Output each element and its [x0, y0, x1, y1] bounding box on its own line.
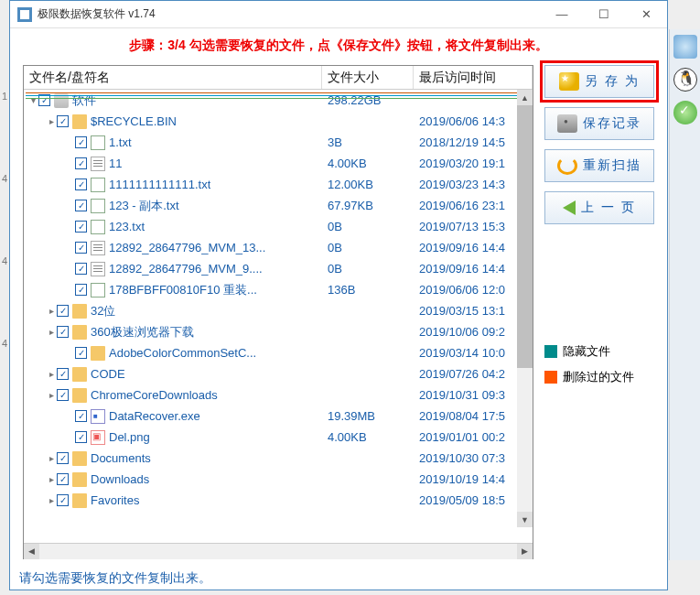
scroll-track[interactable]	[517, 368, 533, 512]
expand-arrow[interactable]: ▸	[46, 453, 57, 463]
sidebar-qq-icon[interactable]	[673, 68, 697, 92]
file-row[interactable]: 178BFBFF00810F10 重装...136B2019/06/06 12:…	[24, 279, 533, 300]
expand-arrow[interactable]: ▸	[46, 327, 57, 337]
maximize-button[interactable]: ☐	[583, 1, 625, 28]
txt-icon	[91, 262, 105, 276]
file-row[interactable]: 114.00KB2019/03/20 19:1	[24, 153, 533, 174]
txt-icon	[91, 157, 105, 171]
vertical-scrollbar[interactable]: ▲ ▼	[517, 90, 533, 527]
file-time: 2019/07/26 04:2	[414, 367, 533, 381]
scroll-up-button[interactable]: ▲	[517, 90, 533, 105]
minimize-button[interactable]: —	[541, 1, 583, 28]
row-checkbox[interactable]	[75, 178, 87, 190]
row-checkbox[interactable]	[75, 347, 87, 359]
sidebar-check-icon[interactable]	[673, 101, 697, 124]
row-checkbox[interactable]	[57, 494, 69, 506]
file-row[interactable]: ▸ChromeCoreDownloads2019/10/31 09:3	[24, 384, 533, 406]
row-checkbox[interactable]	[75, 200, 87, 211]
scroll-thumb[interactable]	[517, 105, 533, 368]
file-time: 2019/06/06 12:0	[414, 283, 533, 297]
scroll-left-button[interactable]: ◀	[24, 544, 39, 559]
file-row[interactable]: ▸$RECYCLE.BIN2019/06/06 14:3	[24, 111, 533, 132]
row-checkbox[interactable]	[75, 284, 87, 296]
file-row[interactable]: ▸360极速浏览器下载2019/10/06 09:2	[24, 321, 533, 342]
row-checkbox[interactable]	[57, 368, 69, 380]
row-checkbox[interactable]	[75, 221, 87, 233]
side-panel: 另 存 为 保存记录 重新扫描 上 一 页 隐藏文件	[544, 65, 654, 559]
expand-arrow[interactable]: ▸	[46, 390, 57, 400]
file-row[interactable]: 12892_28647796_MVM_9....0B2019/09/16 14:…	[24, 258, 533, 279]
prev-page-button[interactable]: 上 一 页	[544, 191, 654, 224]
file-row[interactable]: Del.png4.00KB2019/01/01 00:2	[24, 427, 533, 448]
expand-arrow[interactable]: ▸	[46, 474, 57, 484]
file-size: 4.00KB	[322, 430, 414, 444]
column-time[interactable]: 最后访问时间	[414, 66, 533, 89]
file-row[interactable]: 123.txt0B2019/07/13 15:3	[24, 216, 533, 237]
file-name-label: 123 - 副本.txt	[109, 198, 179, 214]
row-checkbox[interactable]	[75, 431, 87, 443]
file-time: 2019/10/06 09:2	[414, 325, 533, 339]
column-size[interactable]: 文件大小	[322, 66, 414, 89]
file-row[interactable]: ▸Documents2019/10/30 07:3	[24, 448, 533, 469]
save-as-label: 另 存 为	[585, 73, 640, 90]
legend-deleted: 删除过的文件	[544, 369, 654, 385]
file-row[interactable]: 1111111111111.txt12.00KB2019/03/23 14:3	[24, 174, 533, 195]
row-checkbox[interactable]	[57, 305, 69, 317]
row-checkbox[interactable]	[75, 157, 87, 169]
sidebar-cloud-icon[interactable]	[673, 35, 697, 59]
file-row[interactable]: 1.txt3B2018/12/19 14:5	[24, 132, 533, 153]
file-row[interactable]: ▸Downloads2019/10/19 14:4	[24, 469, 533, 490]
file-row[interactable]: 12892_28647796_MVM_13...0B2019/09/16 14:…	[24, 237, 533, 258]
row-checkbox[interactable]	[57, 452, 69, 464]
file-name-label: DataRecover.exe	[109, 409, 200, 423]
file-time: 2019/10/30 07:3	[414, 451, 533, 465]
list-body: ▾软件298.22GB▸$RECYCLE.BIN2019/06/06 14:31…	[24, 90, 533, 543]
file-row[interactable]: DataRecover.exe19.39MB2019/08/04 17:5	[24, 406, 533, 427]
row-checkbox[interactable]	[57, 473, 69, 485]
legend-deleted-swatch	[544, 371, 557, 384]
row-checkbox[interactable]	[75, 242, 87, 254]
save-as-icon	[559, 72, 579, 91]
file-row[interactable]: ▸CODE2019/07/26 04:2	[24, 363, 533, 384]
file-name-label: 1111111111111.txt	[109, 178, 210, 191]
file-time: 2019/07/13 15:3	[414, 220, 533, 233]
file-time: 2019/05/09 18:5	[414, 493, 533, 507]
row-checkbox[interactable]	[57, 326, 69, 338]
file-name-label: 178BFBFF00810F10 重装...	[109, 282, 257, 298]
file-row[interactable]: AdobeColorCommonSetC...2019/03/14 10:0	[24, 342, 533, 363]
file-name-label: 软件	[72, 92, 96, 109]
row-checkbox[interactable]	[75, 410, 87, 422]
row-checkbox[interactable]	[75, 263, 87, 275]
legend-hidden: 隐藏文件	[544, 343, 654, 360]
expand-arrow[interactable]: ▸	[46, 306, 57, 316]
row-checkbox[interactable]	[38, 94, 50, 106]
prev-label: 上 一 页	[581, 200, 636, 216]
file-row[interactable]: ▸Favorites2019/05/09 18:5	[24, 490, 533, 511]
folder-icon	[72, 367, 87, 382]
expand-arrow[interactable]: ▾	[27, 95, 38, 105]
file-name-label: 12892_28647796_MVM_13...	[109, 241, 265, 254]
save-record-button[interactable]: 保存记录	[544, 107, 654, 140]
row-checkbox[interactable]	[75, 136, 87, 148]
file-time: 2019/06/06 14:3	[414, 114, 533, 128]
close-button[interactable]: ✕	[625, 1, 667, 28]
list-header: 文件名/盘符名 文件大小 最后访问时间	[24, 66, 533, 90]
expand-arrow[interactable]: ▸	[46, 495, 57, 505]
horizontal-scrollbar[interactable]: ◀ ▶	[24, 543, 533, 558]
expand-arrow[interactable]: ▸	[46, 116, 57, 126]
file-name-label: 123.txt	[109, 220, 145, 233]
rescan-button[interactable]: 重新扫描	[544, 149, 654, 182]
save-as-button[interactable]: 另 存 为	[544, 65, 654, 98]
hscroll-track[interactable]	[39, 544, 517, 559]
column-name[interactable]: 文件名/盘符名	[24, 66, 322, 89]
scroll-right-button[interactable]: ▶	[517, 544, 533, 559]
file-row[interactable]: 123 - 副本.txt67.97KB2019/06/16 23:1	[24, 195, 533, 216]
file-time: 2019/10/19 14:4	[414, 472, 533, 486]
file-name-label: 12892_28647796_MVM_9....	[109, 262, 263, 276]
file-time: 2019/03/20 19:1	[414, 157, 533, 170]
row-checkbox[interactable]	[57, 389, 69, 401]
row-checkbox[interactable]	[57, 115, 69, 127]
expand-arrow[interactable]: ▸	[46, 369, 57, 379]
scroll-down-button[interactable]: ▼	[517, 512, 533, 527]
file-row[interactable]: ▸32位2019/03/15 13:1	[24, 300, 533, 321]
